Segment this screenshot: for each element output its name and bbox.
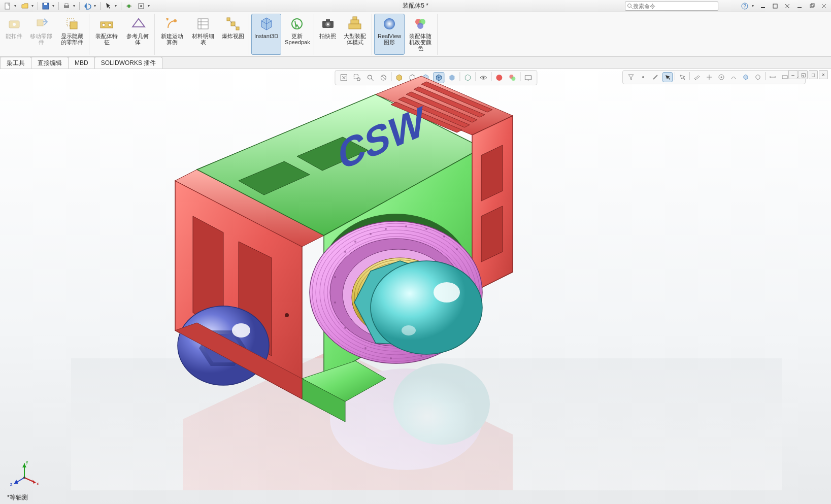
svg-point-115 — [434, 282, 460, 303]
close-window-btn[interactable] — [782, 1, 792, 11]
ribbon-random-colors[interactable]: 装配体随机改变颜色 — [405, 14, 436, 55]
svg-point-24 — [13, 23, 16, 26]
quick-access-toolbar: ▾ ▾ ▾ ▾ ▾ ▾ ▾ 装配体5 * ? ▾ — [0, 0, 831, 12]
options-dropdown[interactable]: ▾ — [148, 4, 152, 8]
svg-line-11 — [631, 7, 633, 9]
viewport-restore-icon[interactable]: ◱ — [799, 70, 808, 79]
svg-rect-20 — [811, 4, 814, 7]
svg-point-103 — [390, 357, 392, 359]
svg-rect-77 — [782, 76, 787, 79]
ribbon-snapshot[interactable]: 拍快照 — [316, 14, 339, 55]
app-minimize-btn[interactable] — [794, 1, 805, 11]
assembly-features-icon — [98, 16, 115, 32]
svg-text:y: y — [26, 459, 28, 464]
print-dropdown[interactable]: ▾ — [73, 4, 77, 8]
svg-point-97 — [443, 236, 445, 238]
tab-mbd[interactable]: MBD — [68, 57, 95, 69]
svg-rect-33 — [198, 19, 208, 29]
ribbon-exploded-view[interactable]: 爆炸视图 — [219, 14, 247, 55]
svg-point-9 — [140, 5, 142, 7]
svg-point-53 — [417, 23, 423, 29]
qat-right: ? ▾ — [740, 1, 829, 11]
instant3d-icon — [258, 16, 275, 32]
ribbon-assembly-features[interactable]: 装配体特征 — [91, 14, 122, 55]
minimize-btn[interactable] — [758, 1, 768, 11]
svg-point-92 — [354, 241, 356, 243]
command-search-input[interactable] — [633, 3, 716, 9]
qat-sep-2 — [58, 2, 59, 10]
svg-point-101 — [344, 327, 346, 329]
ribbon-update-speedpak[interactable]: 更新Speedpak — [282, 14, 312, 55]
app-restore-btn[interactable] — [807, 1, 817, 11]
svg-point-94 — [385, 228, 387, 230]
svg-rect-0 — [5, 3, 10, 9]
svg-rect-25 — [37, 20, 43, 26]
svg-rect-39 — [236, 27, 239, 30]
help-btn[interactable]: ? — [740, 1, 750, 11]
ribbon-instant3d[interactable]: Instant3D — [251, 14, 281, 55]
ribbon-show-hidden[interactable]: 显示隐藏的零部件 — [57, 14, 87, 55]
svg-rect-80 — [71, 358, 782, 490]
tab-render-tools[interactable]: 染工具 — [0, 57, 31, 69]
save-dropdown[interactable]: ▾ — [52, 4, 56, 8]
save-btn[interactable] — [40, 1, 51, 11]
select-btn[interactable] — [103, 1, 114, 11]
ribbon: 能扣件 移动零部件 显示隐藏的零部件 装配体特征 参考几何体 新建运动算例 材料… — [0, 12, 831, 57]
open-menu[interactable] — [19, 1, 30, 11]
new-menu[interactable] — [2, 1, 13, 11]
svg-point-100 — [334, 301, 336, 304]
svg-point-50 — [384, 18, 395, 29]
bom-icon — [195, 16, 211, 32]
tab-sw-addins[interactable]: SOLIDWORKS 插件 — [94, 57, 163, 69]
random-colors-icon — [412, 16, 428, 32]
viewport-close-icon[interactable]: × — [819, 70, 828, 79]
ribbon-edit-component: 能扣件 — [3, 14, 25, 55]
select-dropdown[interactable]: ▾ — [115, 4, 119, 8]
undo-btn[interactable] — [82, 1, 93, 11]
large-assembly-icon — [347, 16, 363, 32]
document-title: 装配体5 * — [403, 2, 428, 10]
graphics-viewport[interactable]: – ◱ □ × — [0, 69, 831, 504]
svg-point-96 — [425, 228, 427, 230]
svg-point-10 — [628, 4, 631, 7]
view-triad[interactable]: x y z — [9, 457, 40, 488]
model-render: CSW — [71, 74, 782, 490]
ribbon-bom[interactable]: 材料明细表 — [188, 14, 218, 55]
help-dropdown[interactable]: ▾ — [752, 4, 756, 8]
rebuild-btn[interactable] — [123, 1, 135, 11]
svg-point-91 — [344, 251, 346, 253]
svg-point-99 — [334, 276, 336, 278]
viewport-max-icon[interactable]: □ — [809, 70, 818, 79]
tab-direct-edit[interactable]: 直接编辑 — [31, 57, 69, 69]
app-close-btn[interactable] — [819, 1, 829, 11]
new-dropdown[interactable]: ▾ — [14, 4, 18, 8]
print-btn[interactable] — [61, 1, 72, 11]
open-dropdown[interactable]: ▾ — [31, 4, 36, 8]
svg-rect-46 — [326, 19, 330, 21]
viewport-window-controls: – ◱ □ × — [788, 70, 828, 79]
svg-point-93 — [370, 233, 372, 235]
exploded-view-icon — [225, 16, 241, 32]
move-component-icon — [33, 16, 49, 32]
ribbon-new-motion[interactable]: 新建运动算例 — [157, 14, 187, 55]
maximize-btn[interactable] — [770, 1, 780, 11]
svg-text:x: x — [37, 481, 39, 486]
edit-component-icon — [6, 16, 22, 32]
svg-rect-48 — [351, 20, 359, 24]
undo-dropdown[interactable]: ▾ — [94, 4, 98, 8]
options-btn[interactable] — [136, 1, 147, 11]
svg-rect-38 — [227, 18, 230, 21]
svg-point-102 — [364, 347, 367, 349]
svg-rect-4 — [65, 4, 68, 6]
svg-point-119 — [285, 313, 289, 317]
ribbon-realview[interactable]: RealView图形 — [374, 14, 405, 55]
viewport-min-icon[interactable]: – — [788, 70, 797, 79]
svg-text:z: z — [10, 482, 13, 487]
qat-sep-1 — [38, 2, 38, 10]
ribbon-reference-geom[interactable]: 参考几何体 — [122, 14, 153, 55]
svg-point-30 — [108, 23, 111, 26]
svg-point-114 — [371, 261, 482, 354]
command-search[interactable] — [625, 2, 718, 11]
ribbon-large-assembly[interactable]: 大型装配体模式 — [340, 14, 370, 55]
tab-bar: 染工具 直接编辑 MBD SOLIDWORKS 插件 — [0, 57, 831, 69]
